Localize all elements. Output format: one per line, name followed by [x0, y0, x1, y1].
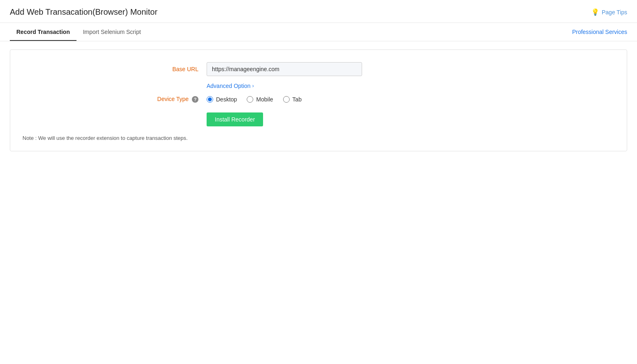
radio-option-desktop[interactable]: Desktop [207, 96, 237, 103]
tab-import-selenium[interactable]: Import Selenium Script [77, 23, 148, 41]
radio-desktop-label: Desktop [216, 96, 237, 103]
note-row: Note : We will use the recorder extensio… [18, 135, 619, 141]
page-tips-button[interactable]: 💡 Page Tips [591, 8, 627, 16]
page-header: Add Web Transacation(Browser) Monitor 💡 … [0, 0, 637, 23]
radio-mobile-label: Mobile [256, 96, 273, 103]
base-url-input[interactable] [207, 62, 362, 76]
main-content: Base URL Advanced Option › Device Type ?… [0, 41, 637, 160]
install-recorder-row: Install Recorder [18, 112, 619, 126]
device-type-radio-group: Desktop Mobile Tab [207, 96, 302, 103]
advanced-option-link[interactable]: Advanced Option › [207, 83, 254, 89]
install-recorder-button[interactable]: Install Recorder [207, 112, 263, 126]
radio-option-tab[interactable]: Tab [283, 96, 302, 103]
note-text: Note : We will use the recorder extensio… [23, 135, 188, 141]
radio-tab-label: Tab [293, 96, 302, 103]
radio-mobile[interactable] [247, 96, 253, 103]
tab-record-transaction[interactable]: Record Transaction [10, 23, 77, 41]
device-type-info-icon[interactable]: ? [192, 96, 198, 103]
page-tips-label: Page Tips [602, 9, 627, 16]
tabs-bar: Record Transaction Import Selenium Scrip… [0, 23, 637, 41]
base-url-row: Base URL [18, 62, 619, 76]
radio-desktop[interactable] [207, 96, 213, 103]
professional-services-link[interactable]: Professional Services [572, 29, 627, 35]
form-card: Base URL Advanced Option › Device Type ?… [10, 49, 627, 151]
advanced-option-label: Advanced Option [207, 83, 250, 89]
page-title: Add Web Transacation(Browser) Monitor [10, 7, 158, 17]
device-type-label: Device Type ? [18, 96, 207, 103]
advanced-option-row: Advanced Option › [18, 83, 619, 89]
chevron-right-icon: › [252, 83, 254, 89]
radio-option-mobile[interactable]: Mobile [247, 96, 273, 103]
device-type-row: Device Type ? Desktop Mobile Tab [18, 96, 619, 103]
radio-tab[interactable] [283, 96, 290, 103]
tabs-left: Record Transaction Import Selenium Scrip… [10, 23, 147, 41]
base-url-label: Base URL [18, 66, 207, 72]
lightbulb-icon: 💡 [591, 8, 599, 16]
